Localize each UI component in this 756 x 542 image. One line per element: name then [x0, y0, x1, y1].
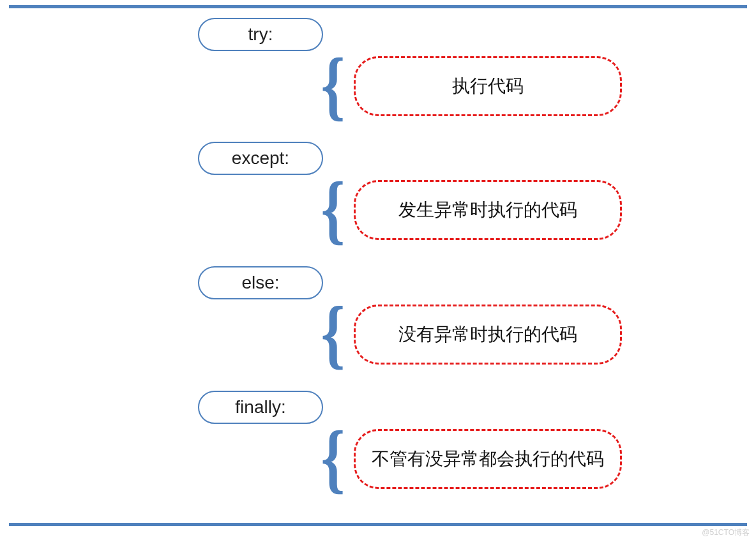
- description-pill-else: 没有异常时执行的代码: [354, 305, 622, 365]
- brace-icon: {: [321, 296, 345, 372]
- watermark: @51CTO博客: [702, 527, 750, 538]
- description-pill-finally: 不管有没异常都会执行的代码: [354, 429, 622, 489]
- keyword-pill-except: except:: [198, 142, 323, 175]
- description-pill-try: 执行代码: [354, 56, 622, 116]
- keyword-pill-finally: finally:: [198, 391, 323, 424]
- bottom-rule: [9, 523, 747, 526]
- brace-icon: {: [321, 171, 345, 248]
- brace-icon: {: [321, 47, 345, 124]
- keyword-pill-try: try:: [198, 18, 323, 51]
- keyword-pill-else: else:: [198, 266, 323, 299]
- brace-icon: {: [321, 420, 345, 497]
- description-pill-except: 发生异常时执行的代码: [354, 180, 622, 240]
- top-rule: [9, 5, 747, 8]
